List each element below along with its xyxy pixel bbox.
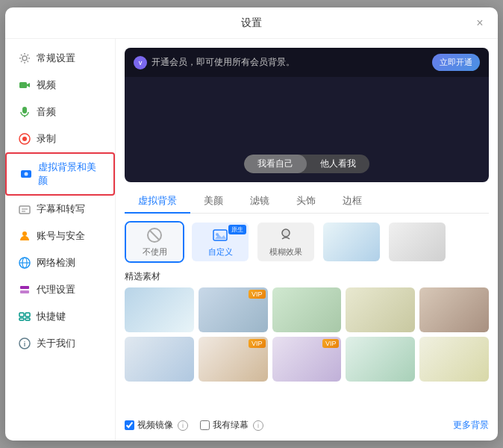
svg-text:i: i bbox=[24, 340, 26, 348]
green-screen-info-icon[interactable]: i bbox=[253, 420, 263, 431]
proxy-icon bbox=[19, 284, 31, 296]
main-content: V 开通会员，即可使用所有会员背景。 立即开通 我看自己 他人看我 虚拟背景美颜… bbox=[116, 39, 498, 441]
vip-text: 开通会员，即可使用所有会员背景。 bbox=[151, 56, 428, 69]
svg-point-7 bbox=[25, 172, 28, 176]
sidebar-item-virtual[interactable]: 虚拟背景和美颜 bbox=[5, 152, 115, 196]
materials-section: 精选素材 VIPVIPVIP bbox=[125, 270, 489, 408]
bg-thumb-1-img bbox=[323, 223, 380, 261]
sidebar-item-label-proxy: 代理设置 bbox=[37, 283, 75, 296]
sidebar-item-shortcut[interactable]: 快捷键 bbox=[5, 303, 115, 330]
svg-rect-2 bbox=[22, 107, 27, 113]
custom-icon bbox=[212, 227, 228, 243]
sidebar-item-label-about: 关于我们 bbox=[37, 337, 75, 350]
svg-rect-1 bbox=[19, 82, 27, 88]
caption-icon bbox=[19, 203, 31, 215]
svg-point-5 bbox=[22, 137, 27, 141]
sidebar-item-label-audio: 音频 bbox=[37, 105, 56, 119]
sidebar-item-label-general: 常规设置 bbox=[37, 52, 75, 65]
blur-icon bbox=[278, 227, 294, 243]
svg-text:V: V bbox=[139, 60, 143, 66]
record-icon bbox=[19, 133, 31, 145]
video-icon bbox=[19, 79, 31, 91]
video-mirror-checkbox-label[interactable]: 视频镜像 i bbox=[125, 419, 188, 432]
sidebar-item-record[interactable]: 录制 bbox=[5, 125, 115, 152]
close-button[interactable]: × bbox=[472, 16, 487, 31]
account-icon bbox=[19, 230, 31, 242]
gear-icon bbox=[19, 52, 31, 64]
green-screen-checkbox-label[interactable]: 我有绿幕 i bbox=[200, 419, 263, 432]
material-item-1[interactable] bbox=[125, 287, 194, 332]
shortcut-icon bbox=[19, 311, 31, 323]
section-title: 精选素材 bbox=[125, 270, 489, 283]
material-item-6[interactable] bbox=[125, 337, 194, 382]
sidebar-item-proxy[interactable]: 代理设置 bbox=[5, 276, 115, 303]
bg-custom-inner: 自定义 原生 bbox=[192, 223, 249, 261]
material-item-3[interactable] bbox=[272, 287, 342, 332]
preview-area: V 开通会员，即可使用所有会员背景。 立即开通 我看自己 他人看我 bbox=[125, 48, 489, 182]
green-screen-checkbox[interactable] bbox=[200, 420, 210, 430]
sidebar-item-video[interactable]: 视频 bbox=[5, 72, 115, 99]
video-mirror-label: 视频镜像 bbox=[137, 419, 173, 432]
bg-custom[interactable]: 自定义 原生 bbox=[190, 221, 250, 263]
material-item-2[interactable]: VIP bbox=[199, 287, 268, 332]
video-mirror-checkbox[interactable] bbox=[125, 420, 134, 430]
dialog-body: 常规设置视频音频录制虚拟背景和美颜字幕和转写账号与安全网络检测代理设置快捷键i关… bbox=[5, 39, 498, 441]
sidebar-item-network[interactable]: 网络检测 bbox=[5, 249, 115, 276]
sidebar-item-about[interactable]: i关于我们 bbox=[5, 330, 115, 357]
virtual-icon bbox=[20, 168, 32, 180]
svg-rect-16 bbox=[20, 290, 29, 293]
sidebar-item-caption[interactable]: 字幕和转写 bbox=[5, 196, 115, 223]
dialog-title: 设置 bbox=[241, 16, 262, 30]
materials-grid: VIPVIPVIP bbox=[125, 287, 489, 382]
vip-icon: V bbox=[134, 56, 147, 69]
vip-open-button[interactable]: 立即开通 bbox=[432, 54, 480, 71]
svg-point-0 bbox=[22, 56, 27, 60]
material-item-8[interactable]: VIP bbox=[272, 337, 342, 382]
sidebar: 常规设置视频音频录制虚拟背景和美颜字幕和转写账号与安全网络检测代理设置快捷键i关… bbox=[5, 39, 116, 441]
tab-头饰[interactable]: 头饰 bbox=[283, 190, 329, 214]
svg-line-26 bbox=[150, 231, 159, 240]
material-item-9[interactable] bbox=[346, 337, 415, 382]
sidebar-item-label-network: 网络检测 bbox=[37, 256, 75, 270]
material-item-4[interactable] bbox=[346, 287, 415, 332]
material-item-10[interactable] bbox=[419, 337, 489, 382]
view-self-button[interactable]: 我看自己 bbox=[244, 155, 307, 173]
material-item-5[interactable] bbox=[419, 287, 489, 332]
settings-dialog: 设置 × 常规设置视频音频录制虚拟背景和美颜字幕和转写账号与安全网络检测代理设置… bbox=[5, 7, 498, 441]
sidebar-item-label-caption: 字幕和转写 bbox=[37, 202, 85, 216]
sidebar-item-label-record: 录制 bbox=[37, 132, 56, 146]
material-item-7[interactable]: VIP bbox=[199, 337, 268, 382]
network-icon bbox=[19, 257, 31, 269]
more-backgrounds-link[interactable]: 更多背景 bbox=[453, 419, 489, 432]
view-others-button[interactable]: 他人看我 bbox=[307, 155, 369, 173]
video-mirror-info-icon[interactable]: i bbox=[178, 420, 188, 431]
bg-thumb-1[interactable] bbox=[322, 221, 381, 263]
audio-icon bbox=[19, 106, 31, 118]
bg-no-use[interactable]: 不使用 bbox=[125, 221, 184, 263]
bg-thumb-2-img bbox=[389, 223, 446, 261]
bg-custom-label: 自定义 bbox=[208, 246, 233, 258]
sidebar-item-general[interactable]: 常规设置 bbox=[5, 45, 115, 72]
svg-rect-15 bbox=[20, 286, 29, 289]
svg-rect-18 bbox=[25, 313, 30, 317]
bg-thumb-2[interactable] bbox=[387, 221, 447, 263]
svg-point-29 bbox=[282, 229, 290, 237]
bg-no-use-inner: 不使用 bbox=[126, 223, 183, 261]
tab-美颜[interactable]: 美颜 bbox=[190, 190, 237, 214]
tab-滤镜[interactable]: 滤镜 bbox=[237, 190, 283, 214]
bg-blur-inner: 模糊效果 bbox=[257, 223, 314, 261]
vip-tag-7: VIP bbox=[249, 339, 266, 348]
bg-blur[interactable]: 模糊效果 bbox=[256, 221, 316, 263]
vip-tag-8: VIP bbox=[322, 339, 340, 348]
footer-row: 视频镜像 i 我有绿幕 i 更多背景 bbox=[125, 416, 489, 432]
view-toggle: 我看自己 他人看我 bbox=[244, 155, 369, 173]
vip-banner: V 开通会员，即可使用所有会员背景。 立即开通 bbox=[125, 48, 489, 77]
vip-tag-2: VIP bbox=[249, 290, 266, 299]
sidebar-item-account[interactable]: 账号与安全 bbox=[5, 223, 115, 249]
about-icon: i bbox=[19, 337, 31, 349]
tab-边框[interactable]: 边框 bbox=[329, 190, 375, 214]
svg-rect-8 bbox=[19, 206, 30, 214]
tab-虚拟背景[interactable]: 虚拟背景 bbox=[125, 190, 190, 214]
sidebar-item-audio[interactable]: 音频 bbox=[5, 99, 115, 125]
sidebar-item-label-shortcut: 快捷键 bbox=[37, 310, 66, 323]
